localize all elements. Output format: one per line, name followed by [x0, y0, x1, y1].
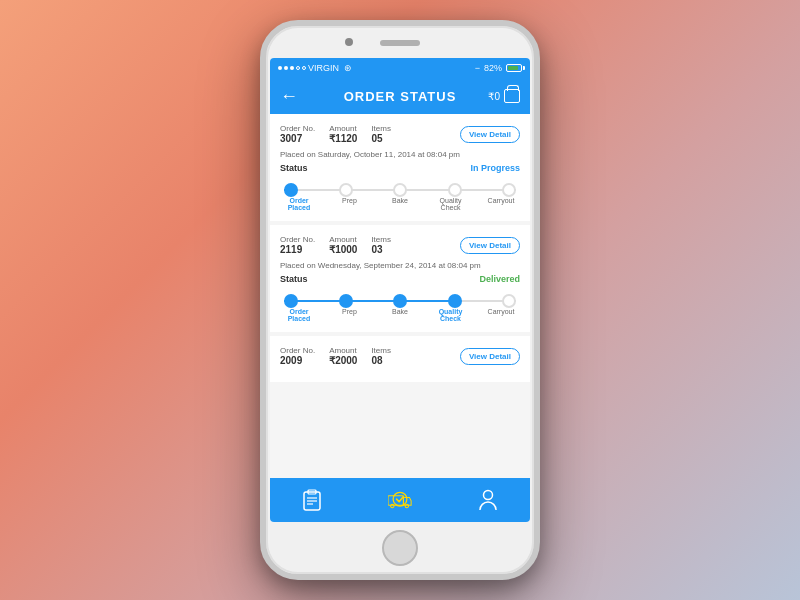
bluetooth-icon: − [475, 63, 480, 73]
step-dot-2-2 [339, 294, 353, 308]
status-bar-right: − 82% [475, 63, 522, 73]
step-labels-1: OrderPlaced Prep Bake QualityCheck Carry… [284, 197, 516, 211]
progress-steps-2 [284, 294, 516, 308]
truck-icon [388, 491, 412, 509]
order-amount-value-3: ₹2000 [329, 355, 357, 366]
header-title: ORDER STATUS [344, 89, 457, 104]
svg-point-10 [483, 491, 492, 500]
view-detail-btn-1[interactable]: View Detail [460, 126, 520, 143]
nav-item-orders[interactable] [291, 485, 333, 515]
order-number-label-2: Order No. [280, 235, 315, 244]
order-number-value-3: 2009 [280, 355, 315, 366]
svg-point-9 [405, 504, 408, 507]
step-dot-2-3 [393, 294, 407, 308]
progress-steps-1 [284, 183, 516, 197]
status-bar-left: VIRGIN ⊛ [278, 63, 352, 73]
status-value-2: Delivered [479, 274, 520, 284]
order-card-1: Order No. 3007 Amount ₹1120 Items 05 [270, 114, 530, 221]
svg-point-8 [391, 504, 394, 507]
phone-body: VIRGIN ⊛ − 82% ← ORDER STATUS ₹0 [260, 20, 540, 580]
step-label-2-3: Bake [385, 308, 415, 322]
nav-item-delivery[interactable] [376, 487, 424, 513]
signal-dot-1 [278, 66, 282, 70]
order-items-value-1: 05 [371, 133, 391, 144]
order-date-1: Placed on Saturday, October 11, 2014 at … [280, 150, 520, 159]
progress-container-1: OrderPlaced Prep Bake QualityCheck Carry… [280, 189, 520, 211]
cart-amount: ₹0 [488, 91, 500, 102]
status-label-1: Status [280, 163, 308, 173]
battery-percent: 82% [484, 63, 502, 73]
order-items-1: Items 05 [371, 124, 391, 144]
order-amount-label-2: Amount [329, 235, 357, 244]
step-dot-1-3 [393, 183, 407, 197]
order-info-group-3: Order No. 2009 Amount ₹2000 Items 08 [280, 346, 391, 366]
carrier-label: VIRGIN [308, 63, 339, 73]
step-dot-2-4 [448, 294, 462, 308]
signal-dot-4 [296, 66, 300, 70]
view-detail-btn-2[interactable]: View Detail [460, 237, 520, 254]
wifi-icon: ⊛ [344, 63, 352, 73]
order-info-group-2: Order No. 2119 Amount ₹1000 Items 03 [280, 235, 391, 255]
order-number-1: Order No. 3007 [280, 124, 315, 144]
step-label-1-2: Prep [335, 197, 365, 211]
cart-icon[interactable] [504, 89, 520, 103]
volume-down-button[interactable] [260, 138, 262, 162]
order-amount-value-1: ₹1120 [329, 133, 357, 144]
order-items-2: Items 03 [371, 235, 391, 255]
order-items-label-3: Items [371, 346, 391, 355]
step-dot-2-1 [284, 294, 298, 308]
order-items-label-2: Items [371, 235, 391, 244]
status-bar: VIRGIN ⊛ − 82% [270, 58, 530, 78]
order-items-3: Items 08 [371, 346, 391, 366]
phone-wrapper: VIRGIN ⊛ − 82% ← ORDER STATUS ₹0 [260, 20, 540, 580]
step-dot-2-5 [502, 294, 516, 308]
order-number-label-3: Order No. [280, 346, 315, 355]
step-dot-1-2 [339, 183, 353, 197]
step-label-2-4: QualityCheck [436, 308, 466, 322]
battery-icon [506, 64, 522, 72]
step-label-1-1: OrderPlaced [284, 197, 314, 211]
status-label-2: Status [280, 274, 308, 284]
status-value-1: In Progress [470, 163, 520, 173]
back-button[interactable]: ← [280, 86, 298, 107]
home-button[interactable] [382, 530, 418, 566]
order-number-value-2: 2119 [280, 244, 315, 255]
person-icon [479, 489, 497, 511]
volume-up-button[interactable] [260, 106, 262, 130]
bottom-nav [270, 478, 530, 522]
step-label-2-1: OrderPlaced [284, 308, 314, 322]
clipboard-icon [303, 489, 321, 511]
nav-item-profile[interactable] [467, 485, 509, 515]
step-label-2-2: Prep [335, 308, 365, 322]
battery-fill [508, 66, 518, 70]
phone-screen: VIRGIN ⊛ − 82% ← ORDER STATUS ₹0 [270, 58, 530, 522]
power-button[interactable] [538, 126, 540, 162]
order-amount-1: Amount ₹1120 [329, 124, 357, 144]
view-detail-btn-3[interactable]: View Detail [460, 348, 520, 365]
svg-point-5 [393, 492, 407, 506]
phone-camera [345, 38, 353, 46]
signal-dot-3 [290, 66, 294, 70]
progress-container-2: OrderPlaced Prep Bake QualityCheck Carry… [280, 300, 520, 322]
header-right: ₹0 [488, 89, 520, 103]
order-header-3: Order No. 2009 Amount ₹2000 Items 08 [280, 346, 520, 366]
order-number-value-1: 3007 [280, 133, 315, 144]
order-number-3: Order No. 2009 [280, 346, 315, 366]
order-items-label-1: Items [371, 124, 391, 133]
progress-track-1 [284, 189, 516, 191]
order-amount-3: Amount ₹2000 [329, 346, 357, 366]
order-card-3: Order No. 2009 Amount ₹2000 Items 08 [270, 336, 530, 382]
order-items-value-2: 03 [371, 244, 391, 255]
order-amount-label-1: Amount [329, 124, 357, 133]
phone-speaker [380, 40, 420, 46]
step-label-1-5: Carryout [486, 197, 516, 211]
signal-dot-5 [302, 66, 306, 70]
step-dot-1-1 [284, 183, 298, 197]
step-label-1-3: Bake [385, 197, 415, 211]
order-number-2: Order No. 2119 [280, 235, 315, 255]
step-dot-1-5 [502, 183, 516, 197]
order-number-label-1: Order No. [280, 124, 315, 133]
order-info-group-1: Order No. 3007 Amount ₹1120 Items 05 [280, 124, 391, 144]
orders-list: Order No. 3007 Amount ₹1120 Items 05 [270, 114, 530, 478]
signal-dot-2 [284, 66, 288, 70]
